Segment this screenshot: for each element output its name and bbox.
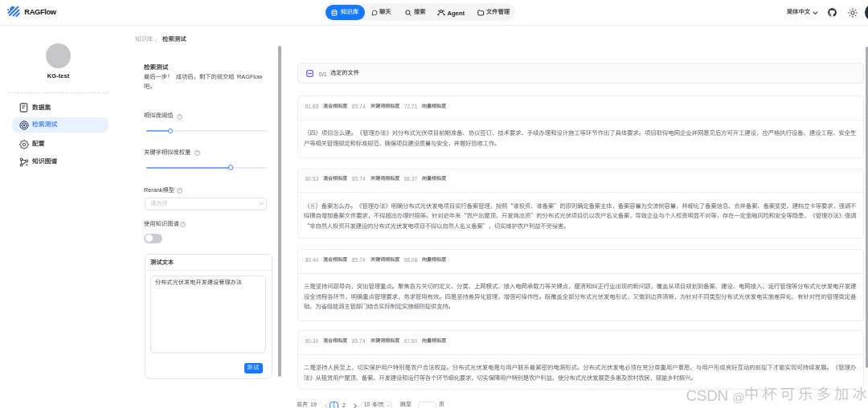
svg-text:?: ? — [178, 189, 181, 193]
svg-text:?: ? — [196, 151, 199, 155]
svg-text:/: / — [377, 402, 379, 407]
svg-text:RAGFlow: RAGFlow — [237, 73, 263, 80]
svg-text:Rerank: Rerank — [144, 186, 163, 194]
svg-text:?: ? — [178, 115, 181, 119]
svg-text:19: 19 — [310, 402, 317, 407]
svg-text:10: 10 — [364, 402, 371, 407]
svg-text:?: ? — [182, 222, 185, 226]
